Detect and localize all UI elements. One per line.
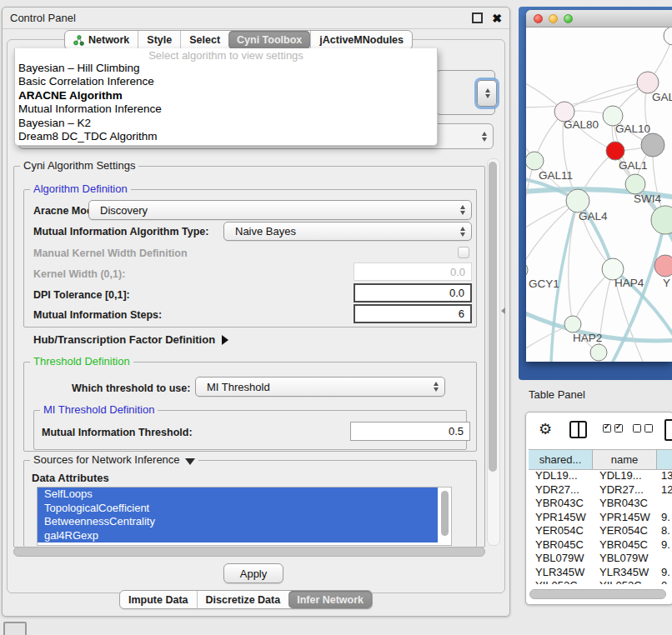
settings-vertical-scrollbar-thumb[interactable] <box>489 162 497 472</box>
table-row[interactable]: YDR27...YDR27...12 <box>529 483 672 498</box>
table-row[interactable]: YER054CYER054C8. <box>529 524 672 538</box>
table-cell[interactable]: 13 <box>657 469 672 483</box>
algorithm-option[interactable]: Dream8 DC_TDC Algorithm <box>15 130 437 143</box>
table-cell[interactable]: YER054C <box>593 524 657 538</box>
table-cell[interactable] <box>657 497 672 511</box>
table-cell[interactable]: 9. <box>657 538 672 552</box>
tab-style[interactable]: Style <box>138 31 180 49</box>
tab-impute-data[interactable]: Impute Data <box>120 591 197 608</box>
float-window-icon[interactable] <box>472 12 483 23</box>
network-window-titlebar[interactable] <box>526 10 672 28</box>
network-node[interactable] <box>590 344 607 361</box>
table-cell[interactable]: YDL19... <box>529 469 593 483</box>
settings-vertical-scrollbar[interactable] <box>487 158 500 546</box>
table-cell[interactable]: YBR045C <box>529 538 593 552</box>
aracne-mode-combo[interactable]: Discovery <box>88 200 472 220</box>
tab-jactivemnodules[interactable]: jActiveMNodules <box>310 31 412 49</box>
table-cell[interactable]: 0. <box>657 579 672 584</box>
table-cell[interactable]: YIL052C <box>529 579 593 584</box>
document-icon[interactable] <box>664 419 672 441</box>
algorithm-option-highlighted[interactable]: ARACNE Algorithm <box>15 89 437 102</box>
tab-discretize-data[interactable]: Discretize Data <box>197 591 289 608</box>
select-all-rows-icon[interactable] <box>603 424 623 432</box>
table-cell[interactable]: YDL19... <box>593 469 657 483</box>
table-row[interactable]: YIL052CYIL052C0. <box>529 579 672 584</box>
mi-steps-input[interactable]: 6 <box>354 304 472 323</box>
zoom-traffic-light[interactable] <box>564 14 573 23</box>
column-header-name[interactable]: name <box>593 450 657 469</box>
algorithm-option[interactable]: Basic Correlation Inference <box>15 75 437 88</box>
table-settings-gear-icon[interactable]: ⚙ <box>539 422 552 437</box>
network-node[interactable] <box>566 189 589 212</box>
kernel-width-input[interactable]: 0.0 <box>354 262 472 281</box>
network-node[interactable] <box>625 174 645 194</box>
network-node[interactable] <box>606 142 624 160</box>
table-cell[interactable]: YDR27... <box>529 483 593 498</box>
minimize-traffic-light[interactable] <box>549 14 558 23</box>
split-columns-icon[interactable] <box>569 421 587 438</box>
minimized-panel-button[interactable] <box>3 622 27 635</box>
settings-horizontal-scrollbar-thumb[interactable] <box>13 547 485 557</box>
tab-select[interactable]: Select <box>180 31 228 49</box>
table-cell[interactable]: YIL052C <box>593 579 657 584</box>
apply-button[interactable]: Apply <box>223 563 283 583</box>
data-attribute-item-selected[interactable]: BetweennessCentrality <box>38 515 438 529</box>
table-row[interactable]: YBR045CYBR045C9. <box>529 538 672 552</box>
table-cell[interactable]: YPR145W <box>529 511 593 525</box>
column-header-cut[interactable] <box>657 450 672 469</box>
network-node[interactable] <box>526 262 528 278</box>
table-cell[interactable]: 9. <box>657 566 672 580</box>
network-node[interactable] <box>664 28 672 45</box>
network-node[interactable] <box>564 316 581 332</box>
table-cell[interactable]: YLR345W <box>529 566 593 580</box>
combo-spinner-button-focused[interactable] <box>477 80 497 107</box>
table-cell[interactable]: YBR045C <box>593 538 657 552</box>
which-threshold-combo[interactable]: MI Threshold <box>195 377 445 397</box>
table-row[interactable]: YBR043CYBR043C <box>529 497 672 511</box>
table-cell[interactable]: YBL079W <box>593 552 657 566</box>
mi-algorithm-type-combo[interactable]: Naive Bayes <box>223 222 472 241</box>
dpi-tolerance-input[interactable]: 0.0 <box>354 283 472 302</box>
algorithm-option[interactable]: Mutual Information Inference <box>15 102 437 116</box>
table-row[interactable]: YLR345WYLR345W9. <box>529 566 672 580</box>
table-cell[interactable]: YER054C <box>529 524 593 538</box>
table-cell[interactable]: YBL079W <box>529 552 593 566</box>
data-attribute-item-selected[interactable]: gal4RGexp <box>38 529 438 543</box>
mi-threshold-input[interactable]: 0.5 <box>350 422 470 441</box>
table-cell[interactable]: 12 <box>657 483 672 498</box>
tab-infer-network[interactable]: Infer Network <box>288 591 372 608</box>
hub-definition-expander[interactable]: Hub/Transcription Factor Definition <box>33 333 228 346</box>
table-cell[interactable]: YDR27... <box>593 483 657 498</box>
table-cell[interactable]: YBR043C <box>529 497 593 511</box>
table-horizontal-scrollbar-thumb[interactable] <box>529 589 666 599</box>
network-canvas[interactable]: GALGAL80GAL10GAL1GAL11SWI4GAL4GCY1HAP4YH… <box>526 28 672 362</box>
tab-cyni-toolbox[interactable]: Cyni Toolbox <box>228 31 310 49</box>
table-cell[interactable] <box>657 552 672 566</box>
column-header-shared-name[interactable]: shared... <box>529 450 593 469</box>
algorithm-option[interactable]: Bayesian – K2 <box>15 117 437 130</box>
close-window-icon[interactable]: ✖ <box>492 12 502 24</box>
table-cell[interactable]: YLR345W <box>593 566 657 580</box>
splitter-collapse-arrow[interactable] <box>501 308 505 314</box>
table-row[interactable]: YDL19...YDL19...13 <box>529 469 672 483</box>
manual-kernel-width-checkbox[interactable] <box>458 247 469 258</box>
network-node[interactable] <box>641 133 664 157</box>
network-edge[interactable] <box>526 161 534 270</box>
table-row[interactable]: YBL079WYBL079W <box>529 552 672 566</box>
table-row[interactable]: YPR145WYPR145W9. <box>529 511 672 525</box>
data-attribute-item-selected[interactable]: TopologicalCoefficient <box>38 502 438 516</box>
sources-group-expander[interactable]: Sources for Network Inference <box>30 454 198 465</box>
network-graph[interactable]: GALGAL80GAL10GAL1GAL11SWI4GAL4GCY1HAP4YH… <box>526 28 672 362</box>
network-node[interactable] <box>654 255 672 277</box>
deselect-all-rows-icon[interactable] <box>633 424 653 432</box>
table-cell[interactable]: 8. <box>657 524 672 538</box>
close-traffic-light[interactable] <box>534 14 543 23</box>
algorithm-option[interactable]: Bayesian – Hill Climbing <box>15 62 437 75</box>
table-cell[interactable]: YPR145W <box>593 511 657 525</box>
table-cell[interactable]: 9. <box>657 511 672 525</box>
data-attribute-item-selected[interactable]: SelfLoops <box>38 488 438 502</box>
list-scrollbar-thumb[interactable] <box>441 491 449 536</box>
tab-network[interactable]: Network <box>65 31 138 49</box>
table-cell[interactable]: YBR043C <box>593 497 657 511</box>
network-node[interactable] <box>526 152 544 170</box>
